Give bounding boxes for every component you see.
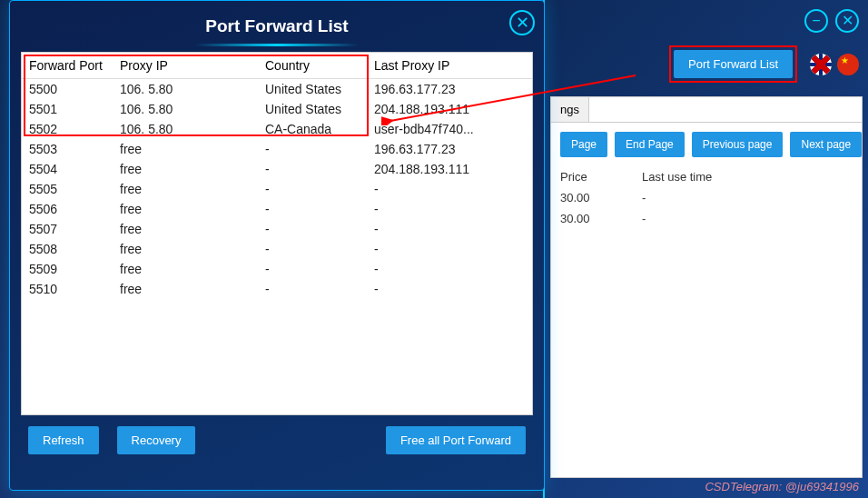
- flag-cn-icon[interactable]: [837, 54, 859, 75]
- col-forward-port[interactable]: Forward Port: [22, 53, 113, 79]
- modal-title: Port Forward List: [205, 16, 348, 36]
- recovery-button[interactable]: Recovery: [117, 426, 196, 454]
- port-forward-list-button[interactable]: Port Forward List: [674, 50, 793, 78]
- table-row[interactable]: 5501106. 5.80United States204.188.193.11…: [22, 99, 532, 119]
- end-page-button[interactable]: End Page: [615, 132, 685, 157]
- free-all-button[interactable]: Free all Port Forward: [386, 426, 526, 454]
- watermark-text: CSDTelegram: @ju69341996: [705, 480, 859, 493]
- table-row[interactable]: 5508free--: [22, 239, 532, 259]
- next-page-button[interactable]: Next page: [790, 132, 862, 157]
- port-forward-modal: Port Forward List ✕ Forward Port Proxy I…: [9, 0, 545, 491]
- tab-settings[interactable]: ngs: [551, 97, 589, 122]
- highlight-box: Port Forward List: [669, 45, 797, 83]
- table-row[interactable]: 5504free-204.188.193.111: [22, 159, 532, 179]
- flag-uk-icon[interactable]: [810, 54, 832, 75]
- table-row[interactable]: 5509free--: [22, 259, 532, 279]
- table-row[interactable]: 5500106. 5.80United States196.63.177.23: [22, 79, 532, 100]
- close-button[interactable]: ✕: [835, 9, 859, 33]
- table-row[interactable]: 5503free-196.63.177.23: [22, 139, 532, 159]
- table-row[interactable]: 5505free--: [22, 179, 532, 199]
- column-headers: Price Last use time: [551, 166, 862, 187]
- port-forward-table: Forward Port Proxy IP Country Last Proxy…: [22, 53, 532, 299]
- minimize-button[interactable]: −: [804, 9, 828, 33]
- previous-page-button[interactable]: Previous page: [692, 132, 784, 157]
- main-window: − ✕ Port Forward List ngs Page End Page …: [543, 0, 868, 498]
- table-row[interactable]: 5507free--: [22, 219, 532, 239]
- page-button[interactable]: Page: [560, 132, 607, 157]
- refresh-button[interactable]: Refresh: [28, 426, 99, 454]
- list-item[interactable]: 30.00-: [551, 187, 862, 208]
- table-row[interactable]: 5502106. 5.80CA-Canadauser-bdb47f740...: [22, 119, 532, 139]
- table-row[interactable]: 5506free--: [22, 199, 532, 219]
- table-row[interactable]: 5510free--: [22, 279, 532, 299]
- col-proxy-ip[interactable]: Proxy IP: [113, 53, 258, 79]
- modal-close-button[interactable]: ✕: [509, 10, 535, 35]
- col-last-proxy[interactable]: Last Proxy IP: [367, 53, 532, 79]
- col-country[interactable]: Country: [258, 53, 367, 79]
- list-item[interactable]: 30.00-: [551, 208, 862, 229]
